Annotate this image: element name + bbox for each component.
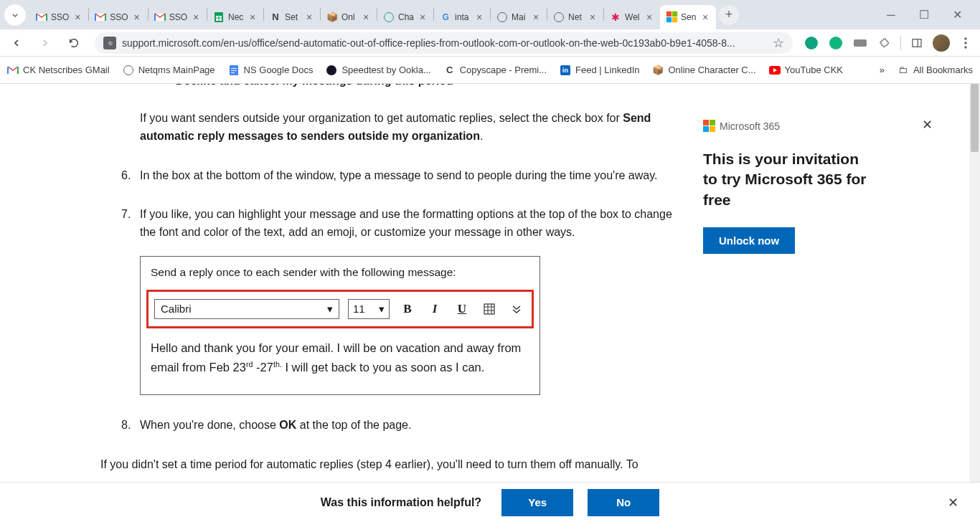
extensions-menu-icon[interactable]	[876, 34, 893, 52]
tab-close-icon[interactable]: ×	[418, 12, 428, 22]
chrome-menu-icon[interactable]	[957, 34, 974, 52]
unlock-now-button[interactable]: Unlock now	[703, 227, 795, 254]
browser-tab[interactable]: Net×	[547, 5, 603, 29]
tab-title: SSO	[110, 12, 128, 22]
bookmark-favicon-icon	[228, 65, 240, 76]
bookmark-item[interactable]: CK Netscribes GMail	[7, 65, 110, 76]
tab-favicon-icon	[154, 11, 166, 23]
font-family-dropdown[interactable]: Calibri ▾	[154, 299, 339, 319]
new-tab-button[interactable]: +	[719, 5, 739, 25]
bookmark-favicon-icon	[326, 65, 337, 76]
bookmarks-overflow[interactable]: »	[880, 65, 885, 75]
article-content: Decline and cancel my meetings during th…	[0, 84, 703, 522]
url-field[interactable]: ⎋ support.microsoft.com/en-us/office/sen…	[95, 32, 793, 54]
feedback-yes-button[interactable]: Yes	[501, 489, 573, 516]
profile-avatar[interactable]	[933, 34, 950, 52]
svg-rect-4	[913, 39, 921, 47]
bookmark-item[interactable]: YouTube CKK	[769, 65, 843, 76]
scrollbar-track[interactable]	[969, 84, 980, 522]
tab-title: Sen	[681, 12, 697, 22]
browser-tab[interactable]: SSO×	[30, 5, 88, 29]
bookmark-star-icon[interactable]: ☆	[773, 35, 784, 51]
bookmark-item[interactable]: NS Google Docs	[228, 65, 314, 76]
extension-icon-1[interactable]	[803, 34, 820, 52]
feedback-no-button[interactable]: No	[588, 489, 659, 516]
close-window-button[interactable]: ✕	[947, 5, 967, 25]
tab-close-icon[interactable]: ×	[644, 12, 654, 22]
tab-close-icon[interactable]: ×	[132, 12, 142, 22]
promo-brand: Microsoft 365	[703, 120, 875, 132]
browser-tab[interactable]: Mai×	[491, 5, 547, 29]
browser-tab[interactable]: 📦Onl×	[321, 5, 377, 29]
browser-tab[interactable]: Ginta×	[434, 5, 490, 29]
bookmark-item[interactable]: 📦Online Character C...	[652, 65, 755, 76]
promo-close-button[interactable]: ✕	[922, 117, 933, 133]
tab-search-dropdown[interactable]	[4, 4, 26, 26]
extension-icon-3[interactable]	[852, 34, 869, 52]
tab-close-icon[interactable]: ×	[531, 12, 541, 22]
bookmark-favicon-icon: in	[560, 65, 571, 76]
bookmark-item[interactable]: Netqms MainPage	[123, 65, 215, 76]
italic-button[interactable]: I	[425, 300, 444, 318]
bookmark-item[interactable]: Speedtest by Ookla...	[326, 65, 430, 76]
tab-favicon-icon: ✱	[610, 11, 621, 23]
forward-button[interactable]	[34, 32, 56, 54]
step-8: When you're done, choose OK at the top o…	[140, 417, 682, 435]
bookmark-label: Feed | LinkedIn	[575, 65, 639, 75]
tab-title: Wel	[625, 12, 641, 22]
tab-close-icon[interactable]: ×	[72, 12, 83, 22]
bookmark-favicon-icon	[769, 65, 781, 76]
step-6: In the box at the bottom of the window, …	[140, 167, 682, 185]
side-panel-icon[interactable]	[908, 34, 925, 52]
bookmark-label: Online Character C...	[668, 65, 755, 75]
cutoff-bullet: Decline and cancel my meetings during th…	[176, 84, 682, 88]
tab-title: Cha	[398, 12, 414, 22]
table-button[interactable]	[480, 300, 499, 318]
underline-button[interactable]: U	[453, 300, 471, 318]
more-format-button[interactable]	[507, 300, 526, 318]
browser-tab[interactable]: Cha×	[377, 5, 433, 29]
browser-tab-strip: SSO×SSO×SSO×Nec×NSet×📦Onl×Cha×Ginta×Mai×…	[0, 0, 980, 29]
trailing-paragraph: If you didn't set a time period for auto…	[100, 456, 682, 474]
browser-tab[interactable]: Nec×	[207, 5, 263, 29]
tab-close-icon[interactable]: ×	[474, 12, 484, 22]
chevron-down-icon: ▾	[379, 300, 385, 317]
font-size-dropdown[interactable]: 11 ▾	[348, 299, 390, 319]
tab-favicon-icon: 📦	[326, 11, 338, 23]
extension-icon-2[interactable]	[827, 34, 844, 52]
browser-tab[interactable]: SSO×	[149, 5, 207, 29]
all-bookmarks-button[interactable]: 🗀 All Bookmarks	[897, 65, 973, 76]
tab-close-icon[interactable]: ×	[304, 12, 314, 22]
browser-tab[interactable]: Sen×	[660, 5, 716, 29]
bookmark-item[interactable]: inFeed | LinkedIn	[560, 65, 639, 76]
tab-title: SSO	[169, 12, 187, 22]
folder-icon: 🗀	[897, 65, 909, 76]
tab-title: Nec	[228, 12, 244, 22]
bold-button[interactable]: B	[398, 300, 417, 318]
bookmark-item[interactable]: CCopyscape - Premi...	[444, 65, 547, 76]
tab-close-icon[interactable]: ×	[588, 12, 598, 22]
bookmark-favicon-icon	[123, 65, 134, 76]
feedback-close-button[interactable]: ✕	[948, 495, 958, 511]
svg-point-6	[964, 37, 966, 39]
reload-button[interactable]	[63, 32, 85, 54]
back-button[interactable]	[6, 32, 27, 54]
browser-tab[interactable]: SSO×	[89, 5, 147, 29]
site-settings-icon[interactable]: ⎋	[103, 37, 116, 49]
tab-close-icon[interactable]: ×	[700, 12, 710, 22]
bookmark-label: YouTube CKK	[785, 65, 843, 75]
scrollbar-thumb[interactable]	[971, 84, 979, 152]
svg-rect-14	[484, 304, 494, 314]
minimize-button[interactable]: ─	[881, 5, 901, 25]
tab-close-icon[interactable]: ×	[361, 12, 371, 22]
browser-tab[interactable]: ✱Wel×	[604, 5, 660, 29]
browser-tab[interactable]: NSet×	[264, 5, 320, 29]
editor-screenshot: Send a reply once to each sender with th…	[140, 256, 540, 395]
feedback-question: Was this information helpful?	[321, 496, 481, 509]
bookmark-label: NS Google Docs	[244, 65, 314, 75]
tab-close-icon[interactable]: ×	[248, 12, 258, 22]
maximize-button[interactable]: ☐	[914, 5, 934, 25]
svg-point-8	[964, 46, 966, 48]
tab-close-icon[interactable]: ×	[191, 12, 201, 22]
bookmark-favicon-icon: C	[444, 65, 456, 76]
